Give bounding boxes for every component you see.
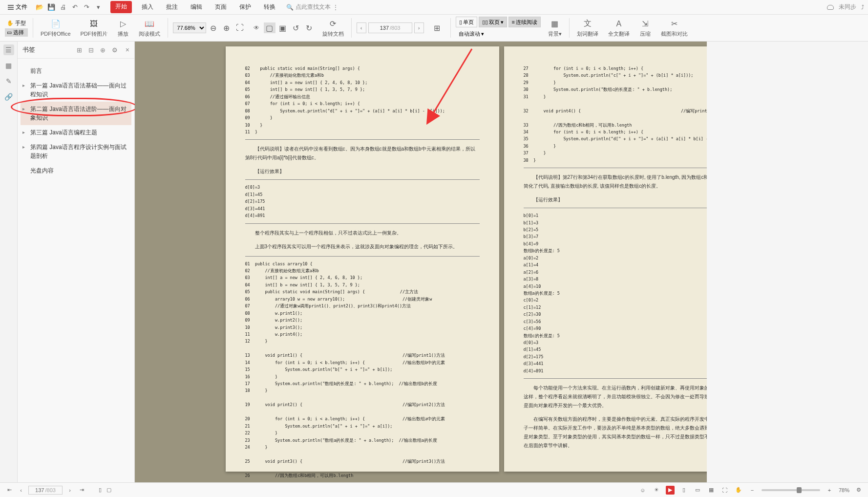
tab-page[interactable]: 页面: [212, 1, 230, 13]
last-page-icon[interactable]: ⇥: [77, 486, 86, 495]
fit-icon[interactable]: ⛶: [234, 22, 246, 33]
prev-page-icon[interactable]: ‹: [17, 486, 25, 495]
tab-protect[interactable]: 保护: [236, 1, 254, 13]
word-translate[interactable]: 文 划词翻译: [574, 19, 601, 38]
page-thumb[interactable]: ⊞: [429, 22, 445, 33]
bookmark-list: 前言 ▸第一篇 Java语言语法基础——面向过程知识 ▸第二篇 Java语言语法…: [18, 59, 134, 183]
status-right: ☺ ☀ ▶ ▯ ▭ ▦ ⛶ ✋ − + 78% ⚙: [638, 486, 863, 495]
bookmark-item[interactable]: ▸第三篇 Java语言编程主题: [21, 125, 131, 140]
double-icon: ▯▯: [482, 19, 488, 25]
rotate-doc[interactable]: ⟳ 旋转文档: [320, 19, 346, 38]
hand-status-icon[interactable]: ✋: [734, 486, 743, 495]
compress-btn[interactable]: ⇲ 压缩: [637, 19, 654, 38]
redo-icon[interactable]: ↷: [82, 3, 91, 12]
attachment-tab-icon[interactable]: 🔗: [3, 91, 14, 102]
status-page-input[interactable]: 137 /803: [28, 486, 63, 495]
brightness-icon[interactable]: ☀: [652, 486, 661, 495]
hand-tool[interactable]: ✋手型: [5, 19, 28, 27]
comment-tab-icon[interactable]: ✎: [3, 76, 14, 86]
view-mode2-icon[interactable]: ▭: [693, 486, 702, 495]
expand-icon[interactable]: ▸: [22, 105, 25, 112]
view2-icon[interactable]: ▣: [277, 22, 289, 33]
chevron-down-icon: ▾: [501, 19, 504, 25]
continuous-btn[interactable]: ≡连续阅读: [508, 17, 541, 27]
bookmark-item[interactable]: ▸第四篇 Java语言程序设计实例与面试题剖析: [21, 140, 131, 163]
auto-scroll-btn[interactable]: 自动滚动▾: [456, 28, 487, 39]
page-input[interactable]: 137 /803: [368, 22, 412, 33]
expand-icon[interactable]: ▸: [22, 143, 25, 151]
rotate-left-icon[interactable]: ↺: [290, 22, 302, 33]
screenshot-btn[interactable]: ✂ 截图和对比: [658, 19, 690, 38]
read-mode[interactable]: 📖 阅读模式: [136, 19, 163, 38]
search-box[interactable]: 🔍 点此查找文本 ⋮: [286, 3, 339, 11]
zoom-slider[interactable]: [762, 489, 820, 491]
double-page-btn[interactable]: ▯▯双页▾: [479, 17, 507, 27]
select-tool[interactable]: ▭选择: [5, 28, 28, 37]
close-panel-icon[interactable]: ×: [126, 46, 129, 54]
separator: [569, 18, 570, 38]
pdf-to-office[interactable]: 📄 PDF转Office: [38, 19, 73, 38]
zoom-handle[interactable]: [797, 487, 802, 493]
play-status-icon[interactable]: ▶: [666, 486, 675, 495]
undo-icon[interactable]: ↶: [70, 3, 79, 12]
left-sidebar: ☰ ▦ ✎ 🔗: [0, 42, 18, 482]
tab-insert[interactable]: 插入: [139, 1, 156, 13]
toolbar: ✋手型 ▭选择 📄 PDF转Office 🖼 PDF转图片 ▷ 播放 📖 阅读模…: [0, 15, 868, 42]
options-icon[interactable]: ⚙: [111, 46, 119, 54]
prev-page[interactable]: ‹: [357, 22, 366, 33]
eye-icon[interactable]: 👁: [251, 22, 262, 33]
save-icon[interactable]: 💾: [47, 3, 56, 12]
next-page[interactable]: ›: [414, 22, 424, 33]
background-btn[interactable]: ▦ 背景▾: [546, 19, 564, 38]
open-icon[interactable]: 📂: [35, 3, 44, 12]
camera-icon: ✂: [668, 19, 680, 29]
view-mode3-icon[interactable]: ▦: [707, 486, 716, 495]
bookmark-item-selected[interactable]: ▸第二篇 Java语言语法进阶——面向对象知识: [21, 102, 131, 125]
single-page-btn[interactable]: ▯单页: [456, 17, 477, 27]
file-menu[interactable]: 文件: [4, 1, 31, 13]
image-icon: 🖼: [88, 19, 100, 29]
view-mode1-icon[interactable]: ▯: [679, 486, 688, 495]
zoom-in-status-icon[interactable]: +: [825, 486, 834, 495]
add-bookmark-icon[interactable]: ⊕: [99, 46, 107, 54]
dropdown-icon[interactable]: ▾: [94, 3, 103, 12]
zoom-out-icon[interactable]: ⊖: [208, 22, 219, 33]
bookmark-item[interactable]: ▸第一篇 Java语言语法基础——面向过程知识: [21, 78, 131, 102]
bookmark-title: 书签: [22, 45, 35, 54]
next-page-icon[interactable]: ›: [65, 486, 74, 495]
tab-comment[interactable]: 批注: [163, 1, 181, 13]
expand-icon[interactable]: ▸: [22, 129, 25, 136]
tab-start[interactable]: 开始: [110, 1, 132, 13]
bookmark-item[interactable]: 前言: [21, 64, 131, 78]
tab-convert[interactable]: 转换: [261, 1, 278, 13]
expand-all-icon[interactable]: ⊞: [76, 46, 84, 54]
fullscreen-icon[interactable]: ⛶: [720, 486, 729, 495]
page-layout-icon[interactable]: ▯: [96, 486, 105, 495]
page-navigation: ‹ 137 /803 ›: [357, 22, 424, 33]
page-left: 02 public static void main(String[] args…: [226, 46, 499, 472]
pdf-to-image[interactable]: 🖼 PDF转图片: [78, 19, 110, 38]
rotate-right-icon[interactable]: ↻: [303, 22, 315, 33]
settings-status-icon[interactable]: ⚙: [854, 486, 863, 495]
play-button[interactable]: ▷ 播放: [115, 19, 131, 38]
first-page-icon[interactable]: ⇤: [5, 486, 14, 495]
tab-edit[interactable]: 编辑: [188, 1, 205, 13]
thumbnail-tab-icon[interactable]: ▦: [3, 60, 14, 71]
sync-status[interactable]: 未同步 ⤴: [827, 3, 864, 11]
collapse-all-icon[interactable]: ⊟: [87, 46, 95, 54]
feedback-icon[interactable]: ☺: [638, 486, 647, 495]
bookmark-tab-icon[interactable]: ☰: [3, 44, 14, 55]
zoom-out-status-icon[interactable]: −: [748, 486, 757, 495]
page-layout2-icon[interactable]: ▢: [105, 486, 113, 495]
expand-icon[interactable]: ▸: [22, 82, 25, 89]
print-icon[interactable]: 🖨: [59, 3, 67, 12]
statusbar: ⇤ ‹ 137 /803 › ⇥ ▯ ▢ ☺ ☀ ▶ ▯ ▭ ▦ ⛶ ✋ − +…: [0, 482, 868, 497]
view1-icon[interactable]: ▢: [264, 22, 275, 33]
zoom-in-icon[interactable]: ⊕: [221, 22, 233, 33]
ribbon-tabs: 开始 插入 批注 编辑 页面 保护 转换: [110, 1, 278, 13]
share-icon[interactable]: ⤴: [861, 4, 864, 11]
separator: [351, 18, 352, 38]
zoom-select[interactable]: 77.68%: [173, 22, 206, 33]
bookmark-item[interactable]: 光盘内容: [21, 163, 131, 178]
full-translate[interactable]: A 全文翻译: [606, 19, 632, 38]
